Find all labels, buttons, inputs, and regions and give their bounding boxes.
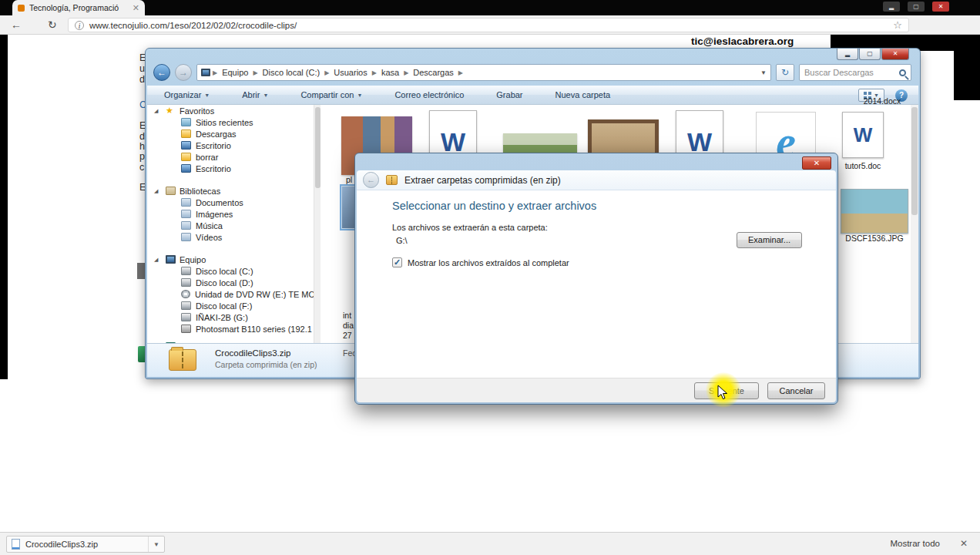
- file-area-scrollbar[interactable]: [911, 105, 918, 343]
- explorer-minimize-button[interactable]: ▂: [837, 49, 858, 60]
- sidebar-item-musica[interactable]: Música: [147, 220, 314, 231]
- checkbox-checked-icon[interactable]: ✓: [392, 257, 402, 267]
- sidebar-item-sitios-recientes[interactable]: Sitios recientes: [147, 116, 314, 128]
- photo-thumbnail[interactable]: [841, 189, 908, 234]
- sidebar-item-dvd-e[interactable]: Unidad de DVD RW (E:) TE MO: [147, 288, 314, 300]
- window-maximize-button[interactable]: ▢: [908, 2, 925, 12]
- sidebar-group-bibliotecas[interactable]: ◢ Bibliotecas: [147, 185, 314, 197]
- expand-triangle-icon[interactable]: ◢: [154, 108, 158, 114]
- documents-library-icon: [181, 198, 191, 207]
- sidebar-item-disco-f[interactable]: Disco local (F:): [147, 300, 314, 311]
- dvd-drive-icon: [181, 290, 190, 298]
- download-item[interactable]: CrocodileClips3.zip ▼: [6, 536, 165, 553]
- browser-nav-bar: ← ↻ i www.tecnojulio.com/1eso/2012/02/02…: [0, 15, 980, 35]
- file-label[interactable]: 2014.docx: [855, 96, 909, 106]
- breadcrumb-disco-c[interactable]: Disco local (C:): [260, 68, 323, 77]
- sidebar-item-documentos[interactable]: Documentos: [147, 197, 314, 208]
- chevron-down-icon[interactable]: ▼: [148, 536, 159, 552]
- sidebar-scrollbar-thumb[interactable]: [315, 107, 321, 188]
- breadcrumb[interactable]: ▶ Equipo ▶ Disco local (C:) ▶ Usuarios ▶…: [196, 64, 771, 81]
- show-extracted-checkbox-row[interactable]: ✓ Mostrar los archivos extraídos al comp…: [392, 257, 569, 267]
- sidebar-item-label: Imágenes: [196, 210, 233, 219]
- explorer-address-bar: ← → ▶ Equipo ▶ Disco local (C:) ▶ Usuari…: [153, 62, 914, 82]
- destination-label: Los archivos se extraerán a esta carpeta…: [392, 223, 548, 232]
- sidebar-item-descargas[interactable]: Descargas: [147, 128, 314, 140]
- page-text-fragment: d: [139, 74, 145, 85]
- explorer-maximize-button[interactable]: ▢: [859, 49, 881, 60]
- destination-path[interactable]: G:\: [396, 236, 408, 245]
- explorer-back-button[interactable]: ←: [153, 64, 170, 81]
- computer-icon: [166, 255, 176, 264]
- chevron-down-icon: ▼: [263, 92, 268, 98]
- tab-close-icon[interactable]: ✕: [133, 3, 139, 13]
- hard-drive-icon: [181, 301, 191, 310]
- page-text-fragment: d: [139, 131, 145, 142]
- expand-triangle-icon[interactable]: ◢: [154, 257, 158, 263]
- sidebar-group-label: Bibliotecas: [180, 187, 220, 196]
- overlay-email-text: tic@ieslacabrera.org: [691, 35, 794, 47]
- window-minimize-button[interactable]: ▂: [883, 2, 900, 12]
- search-input[interactable]: Buscar Descargas: [799, 64, 911, 81]
- sidebar-group-equipo[interactable]: ◢ Equipo: [147, 254, 314, 265]
- refresh-button[interactable]: ↻: [776, 64, 794, 81]
- expand-triangle-icon[interactable]: ◢: [154, 188, 158, 194]
- sidebar-scrollbar[interactable]: [314, 105, 321, 343]
- dialog-back-button[interactable]: ←: [363, 172, 379, 188]
- chevron-down-icon: ▼: [204, 92, 210, 98]
- file-area-scrollbar-thumb[interactable]: [911, 107, 918, 215]
- breadcrumb-descargas[interactable]: Descargas: [411, 68, 456, 77]
- sidebar-group-label: Favoritos: [180, 106, 214, 116]
- sidebar-item-inaki-g[interactable]: IÑAKI-2B (G:): [147, 311, 314, 323]
- sidebar-item-imagenes[interactable]: Imágenes: [147, 208, 314, 220]
- word-document-thumbnail[interactable]: W: [842, 112, 884, 158]
- toolbar-burn-button[interactable]: Grabar: [496, 90, 522, 99]
- desktop-icon: [181, 141, 191, 150]
- breadcrumb-usuarios[interactable]: Usuarios: [331, 68, 369, 77]
- info-icon[interactable]: i: [75, 21, 84, 30]
- toolbar-share-button[interactable]: Compartir con ▼: [300, 90, 362, 99]
- toolbar-organize-button[interactable]: Organizar ▼: [164, 90, 210, 99]
- recent-places-icon: [181, 118, 191, 126]
- chevron-down-icon[interactable]: ▼: [760, 69, 767, 76]
- toolbar-email-button[interactable]: Correo electrónico: [394, 90, 464, 99]
- dialog-close-button[interactable]: ✕: [802, 156, 831, 170]
- browse-button[interactable]: Examinar...: [737, 232, 802, 248]
- window-close-button[interactable]: ✕: [932, 2, 949, 12]
- browser-tab[interactable]: Tecnología, Programació ✕: [12, 0, 145, 15]
- toolbar-label: Grabar: [496, 90, 522, 99]
- file-label[interactable]: tutor5.doc: [832, 161, 894, 170]
- bookmark-star-icon[interactable]: ☆: [893, 19, 902, 31]
- sidebar-item-videos[interactable]: Vídeos: [147, 231, 314, 243]
- page-text-fragment: c: [139, 162, 144, 173]
- sidebar-item-label: Descargas: [196, 130, 237, 139]
- sidebar-item-photosmart[interactable]: Photosmart B110 series (192.1: [147, 323, 314, 335]
- show-all-downloads-link[interactable]: Mostrar todo: [890, 539, 940, 548]
- sidebar-group-favoritos[interactable]: ◢ ★ Favoritos: [147, 105, 314, 116]
- toolbar-new-folder-button[interactable]: Nueva carpeta: [555, 90, 611, 99]
- back-icon[interactable]: ←: [11, 15, 22, 35]
- printer-icon: [181, 325, 191, 333]
- dialog-heading: Seleccionar un destino y extraer archivo…: [392, 200, 596, 212]
- sidebar-item-label: borrar: [196, 153, 218, 162]
- download-shelf-close-icon[interactable]: ✕: [960, 538, 968, 549]
- reload-icon[interactable]: ↻: [48, 15, 57, 35]
- breadcrumb-equipo[interactable]: Equipo: [220, 68, 250, 77]
- browser-tab-bar: Tecnología, Programació ✕ ▂ ▢ ✕: [0, 0, 980, 15]
- sidebar-item-label: IÑAKI-2B (G:): [196, 313, 248, 322]
- screen: Tecnología, Programació ✕ ▂ ▢ ✕ ← ↻ i ww…: [0, 0, 980, 555]
- sidebar-item-disco-c[interactable]: Disco local (C:): [147, 265, 314, 277]
- explorer-close-button[interactable]: ✕: [881, 49, 909, 60]
- toolbar-label: Nueva carpeta: [555, 90, 611, 99]
- breadcrumb-kasa[interactable]: kasa: [379, 68, 401, 77]
- file-label[interactable]: DSCF1536.JPG: [836, 234, 913, 243]
- sidebar-item-borrar[interactable]: borrar: [147, 151, 314, 163]
- url-bar[interactable]: i www.tecnojulio.com/1eso/2012/02/02/cro…: [68, 18, 909, 32]
- explorer-forward-button[interactable]: →: [175, 64, 192, 81]
- toolbar-open-button[interactable]: Abrir ▼: [242, 90, 268, 99]
- favorites-star-icon: ★: [166, 106, 176, 115]
- sidebar-item-escritorio[interactable]: Escritorio: [147, 140, 314, 151]
- sidebar-item-disco-d[interactable]: Disco local (D:): [147, 277, 314, 288]
- page-text-fragment: u: [139, 63, 145, 74]
- sidebar-item-escritorio-2[interactable]: Escritorio: [147, 163, 314, 174]
- cancel-button[interactable]: Cancelar: [767, 382, 825, 399]
